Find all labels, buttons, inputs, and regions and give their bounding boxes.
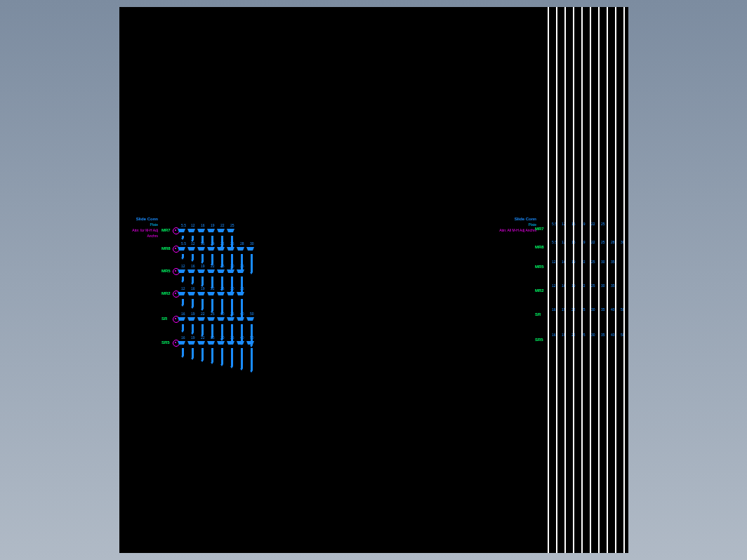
right-row-label-sr: SR xyxy=(535,312,541,316)
vertical-line-icon xyxy=(581,7,583,553)
right-col-label: 30 xyxy=(591,307,595,312)
left-col-label: 25 xyxy=(230,241,234,246)
left-col-label: 19 xyxy=(201,264,205,268)
left-col-label: 30 xyxy=(220,312,225,316)
right-col-label: 25 xyxy=(591,284,595,288)
left-col-label: 30 xyxy=(220,335,225,340)
right-col-label: 35 xyxy=(601,307,605,312)
left-col-label: 19 xyxy=(211,223,215,227)
bolt-icon xyxy=(191,247,194,262)
right-col-label: 40 xyxy=(611,307,615,312)
right-col-label: 25 xyxy=(601,240,605,244)
left-col-label: 16 xyxy=(201,223,205,227)
left-col-label: 35 xyxy=(240,286,244,291)
vertical-line-icon xyxy=(598,7,600,553)
right-row-label-mr7: MR7 xyxy=(535,227,544,231)
left-col-label: 19 xyxy=(191,335,195,340)
bolt-icon xyxy=(201,247,204,264)
right-col-label: 16 xyxy=(552,307,556,312)
right-row-label-mr5: MR5 xyxy=(535,265,544,269)
bolt-icon xyxy=(250,247,253,274)
right-col-label: 30 xyxy=(601,260,605,264)
bolt-icon xyxy=(220,341,223,366)
left-title-block: Slide Conn Plate Attn: for M-H Adj Anchr… xyxy=(123,216,158,239)
left-col-label: 22 xyxy=(201,335,205,340)
left-col-label: 16 xyxy=(181,335,185,340)
left-col-label: 40 xyxy=(240,335,244,340)
left-col-label: 22 xyxy=(220,223,225,227)
right-col-label: 40 xyxy=(611,333,615,337)
left-col-label: 30 xyxy=(230,286,234,291)
left-col-label: 12 xyxy=(181,264,185,268)
vertical-line-icon xyxy=(573,7,574,553)
bolt-icon xyxy=(191,269,194,285)
left-col-label: 22 xyxy=(211,286,215,291)
left-col-label: 16 xyxy=(191,264,195,268)
bolt-icon xyxy=(181,269,184,283)
right-col-label: 22 xyxy=(591,240,595,244)
right-title-line1: Slide Conn xyxy=(494,216,536,222)
bolt-icon xyxy=(181,341,184,358)
left-title-line3: Attn: for M-H Adj Anchrs xyxy=(123,227,158,239)
bolt-icon xyxy=(181,292,184,307)
right-col-label: 22 xyxy=(591,222,595,226)
vertical-line-icon xyxy=(615,7,616,553)
left-col-label: 19 xyxy=(201,286,205,291)
left-row-label-mr5: MR5 xyxy=(161,269,171,273)
left-col-label: 50 xyxy=(250,335,254,340)
bolt-icon xyxy=(191,292,194,309)
right-col-label: 35 xyxy=(601,333,605,337)
vertical-line-icon xyxy=(564,7,566,553)
right-col-label: 12 xyxy=(552,284,556,288)
left-col-label: 19 xyxy=(211,241,215,246)
left-col-label: 25 xyxy=(220,264,225,268)
left-col-label: 16 xyxy=(191,286,195,291)
left-col-label: 40 xyxy=(240,312,244,316)
right-row-label-mr8: MR8 xyxy=(535,245,544,249)
vertical-line-icon xyxy=(607,7,608,553)
bolt-icon xyxy=(181,317,184,333)
left-col-label: 22 xyxy=(201,312,205,316)
left-col-label: 16 xyxy=(181,312,185,316)
left-row-label-mr2: MR2 xyxy=(161,291,171,295)
right-title-line3: Attn: All M-H Adj Anchrs xyxy=(494,227,536,233)
viewport-canvas[interactable]: Slide Conn Plate Attn: for M-H Adj Anchr… xyxy=(119,7,628,553)
left-row-label-sr5: SR5 xyxy=(161,340,170,345)
left-col-label: 22 xyxy=(211,264,215,268)
right-col-label: 25 xyxy=(601,222,605,226)
bolt-icon xyxy=(191,341,194,360)
right-col-label: 28 xyxy=(611,240,615,244)
bolt-icon xyxy=(240,247,243,272)
bolt-icon xyxy=(201,341,204,362)
left-col-label: 5.5 xyxy=(181,223,186,227)
left-col-label: 30 xyxy=(230,264,234,268)
bolt-icon xyxy=(181,229,184,240)
left-col-label: 25 xyxy=(211,335,215,340)
left-col-label: 50 xyxy=(250,312,254,316)
bolt-icon xyxy=(191,317,194,335)
left-row-label-mr7: MR7 xyxy=(161,228,171,232)
right-col-label: 30 xyxy=(591,333,595,337)
right-col-label: 16 xyxy=(552,333,556,337)
bolt-icon xyxy=(250,341,253,373)
left-col-label: 35 xyxy=(240,264,244,268)
left-col-label: 28 xyxy=(240,241,244,246)
left-title-line1: Slide Conn xyxy=(123,216,158,222)
right-col-label: 35 xyxy=(611,284,615,288)
left-col-label: 12 xyxy=(191,241,195,246)
left-col-label: 25 xyxy=(230,223,234,227)
left-col-label: 19 xyxy=(191,312,195,316)
bolt-icon xyxy=(230,341,233,368)
bolt-icon xyxy=(201,269,204,287)
left-row-label-sr: SR xyxy=(161,316,167,321)
left-col-label: 16 xyxy=(201,241,205,246)
bolt-icon xyxy=(211,341,213,364)
bolt-icon xyxy=(240,341,243,371)
vertical-line-icon xyxy=(556,7,557,553)
left-col-label: 35 xyxy=(230,335,234,340)
vertical-line-icon xyxy=(590,7,591,553)
right-col-label: 12 xyxy=(552,260,556,264)
left-col-label: 30 xyxy=(250,241,254,246)
bolt-icon xyxy=(211,247,213,266)
left-col-label: 35 xyxy=(230,312,234,316)
